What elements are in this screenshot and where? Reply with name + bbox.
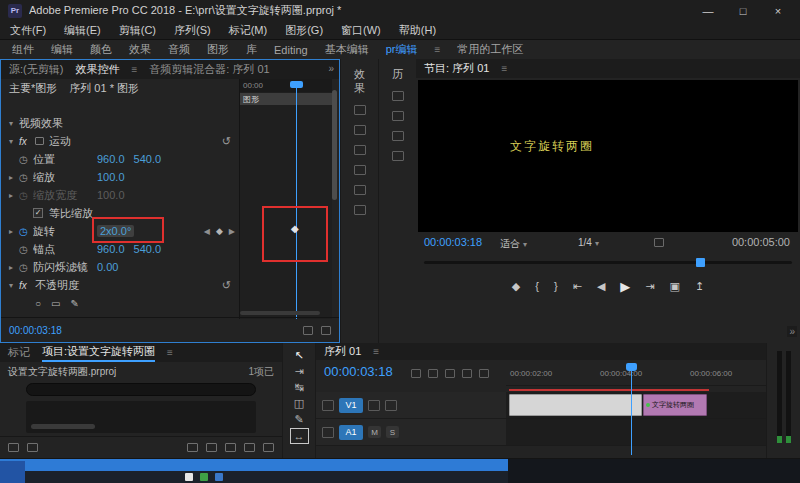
- timeline-timecode[interactable]: 00:00:03:18: [324, 364, 393, 379]
- effects-bin-icon[interactable]: [354, 105, 366, 115]
- mute-button[interactable]: M: [368, 426, 381, 438]
- lift-icon[interactable]: ↥: [695, 280, 704, 293]
- stopwatch-icon[interactable]: ◷: [19, 244, 33, 255]
- video-clip[interactable]: [509, 394, 642, 416]
- audio-track-badge[interactable]: A1: [339, 425, 363, 440]
- program-scrubber[interactable]: [424, 258, 792, 267]
- stopwatch-icon[interactable]: ◷: [19, 172, 33, 183]
- new-item-icon[interactable]: [244, 443, 255, 452]
- history-item-icon[interactable]: [392, 131, 404, 141]
- previous-keyframe-icon[interactable]: ◀: [204, 227, 210, 236]
- history-item-icon[interactable]: [392, 91, 404, 101]
- taskbar-app-icon[interactable]: [185, 473, 193, 481]
- expand-icon[interactable]: ▸: [9, 263, 19, 272]
- effects-bin-icon[interactable]: [354, 125, 366, 135]
- position-x-value[interactable]: 960.0: [97, 153, 125, 165]
- workspace-graphics[interactable]: 图形: [207, 42, 229, 57]
- tab-audio-clip-mixer[interactable]: 音频剪辑混合器: 序列 01: [149, 62, 269, 77]
- step-forward-icon[interactable]: ⇥: [645, 280, 654, 293]
- tab-sequence-01[interactable]: 序列 01: [324, 344, 361, 359]
- workspace-common[interactable]: 常用的工作区: [457, 42, 523, 57]
- stopwatch-icon[interactable]: ◷: [19, 262, 33, 273]
- ellipse-mask-icon[interactable]: ○: [35, 298, 41, 309]
- linked-selection-icon[interactable]: [445, 369, 455, 378]
- collapse-icon[interactable]: ▾: [9, 119, 19, 128]
- expand-icon[interactable]: ▸: [9, 227, 19, 236]
- scrubber-track[interactable]: [424, 261, 792, 264]
- hand-tool[interactable]: ↔: [290, 428, 309, 444]
- reset-icon[interactable]: ↺: [222, 135, 231, 148]
- rect-mask-icon[interactable]: ▭: [51, 298, 60, 309]
- history-item-icon[interactable]: [392, 111, 404, 121]
- workspace-editing[interactable]: Editing: [274, 44, 308, 56]
- workspace-audio[interactable]: 音频: [168, 42, 190, 57]
- find-icon[interactable]: [206, 443, 217, 452]
- icon-view-icon[interactable]: [27, 443, 38, 452]
- minimize-button[interactable]: —: [694, 5, 722, 17]
- project-item-list[interactable]: [26, 401, 256, 433]
- list-view-icon[interactable]: [8, 443, 19, 452]
- menu-window[interactable]: 窗口(W): [341, 23, 381, 38]
- lane-playhead-line[interactable]: [296, 87, 297, 319]
- menu-graphics[interactable]: 图形(G): [285, 23, 323, 38]
- effects-bin-icon[interactable]: [354, 205, 366, 215]
- history-dock[interactable]: 历: [378, 59, 416, 343]
- horizontal-scrollbar[interactable]: [240, 311, 320, 315]
- position-y-value[interactable]: 540.0: [134, 153, 162, 165]
- collapse-icon[interactable]: ▾: [9, 281, 19, 290]
- transport-overflow-icon[interactable]: »: [787, 326, 797, 337]
- workspace-color[interactable]: 颜色: [90, 42, 112, 57]
- effects-dock[interactable]: 效 果: [340, 59, 378, 343]
- mark-in-icon[interactable]: {: [535, 280, 539, 292]
- step-back-icon[interactable]: ◀: [597, 280, 605, 293]
- effects-bin-icon[interactable]: [354, 145, 366, 155]
- go-to-in-icon[interactable]: ⇤: [573, 280, 582, 293]
- automate-to-sequence-icon[interactable]: [187, 443, 198, 452]
- add-marker-icon[interactable]: ◆: [512, 280, 520, 293]
- reset-icon[interactable]: ↺: [222, 279, 231, 292]
- sequence-clip-label[interactable]: 序列 01 * 图形: [69, 81, 139, 96]
- expand-icon[interactable]: ▸: [9, 191, 19, 200]
- video-effects-section[interactable]: ▾ 视频效果: [1, 114, 239, 132]
- lane-ruler[interactable]: 00:00: [240, 79, 332, 92]
- audio-clip-area[interactable]: [506, 419, 766, 445]
- maximize-button[interactable]: □: [729, 5, 757, 17]
- timeline-playhead-line[interactable]: [631, 371, 632, 455]
- timeline-display-settings-icon[interactable]: [479, 369, 489, 378]
- workspace-basic-editing[interactable]: 基本编辑: [325, 42, 369, 57]
- pen-mask-icon[interactable]: ✎: [71, 298, 79, 309]
- workspace-pr-editing[interactable]: pr编辑: [386, 42, 418, 57]
- tab-overflow-icon[interactable]: »: [326, 63, 336, 74]
- menu-sequence[interactable]: 序列(S): [174, 23, 211, 38]
- tab-program-monitor[interactable]: 节目: 序列 01: [424, 61, 489, 76]
- menu-edit[interactable]: 编辑(E): [64, 23, 101, 38]
- panel-menu-icon[interactable]: ≡: [373, 346, 379, 357]
- fit-select[interactable]: 适合▾: [500, 237, 527, 251]
- expand-icon[interactable]: ▸: [9, 173, 19, 182]
- anchor-x-value[interactable]: 960.0: [97, 243, 125, 255]
- workspace-assembly[interactable]: 组件: [12, 42, 34, 57]
- keyframe-lane[interactable]: 00:00 图形 ◆: [239, 79, 332, 319]
- collapse-icon[interactable]: ▾: [9, 137, 19, 146]
- selection-tool[interactable]: ↖: [294, 348, 303, 362]
- sequence-settings-icon[interactable]: [411, 369, 421, 378]
- ripple-edit-tool[interactable]: ↹: [294, 380, 303, 394]
- snap-icon[interactable]: [428, 369, 438, 378]
- effects-bin-icon[interactable]: [354, 185, 366, 195]
- new-bin-icon[interactable]: [225, 443, 236, 452]
- stopwatch-icon[interactable]: ◷: [19, 154, 33, 165]
- taskbar-app-icon[interactable]: [215, 473, 223, 481]
- solo-button[interactable]: S: [386, 426, 399, 438]
- lane-clip-bar[interactable]: 图形: [240, 93, 332, 105]
- mark-out-icon[interactable]: }: [554, 280, 558, 292]
- effect-controls-timecode[interactable]: 00:00:03:18: [9, 325, 295, 336]
- pen-tool[interactable]: ✎: [294, 412, 303, 426]
- menu-help[interactable]: 帮助(H): [399, 23, 436, 38]
- stopwatch-icon[interactable]: ◷: [19, 226, 33, 237]
- search-input[interactable]: [26, 383, 256, 396]
- antiflicker-value[interactable]: 0.00: [97, 261, 118, 273]
- tab-source-monitor[interactable]: 源:(无剪辑): [9, 62, 63, 77]
- history-item-icon[interactable]: [392, 151, 404, 161]
- timeline-playhead-handle[interactable]: [626, 363, 637, 371]
- menu-markers[interactable]: 标记(M): [229, 23, 268, 38]
